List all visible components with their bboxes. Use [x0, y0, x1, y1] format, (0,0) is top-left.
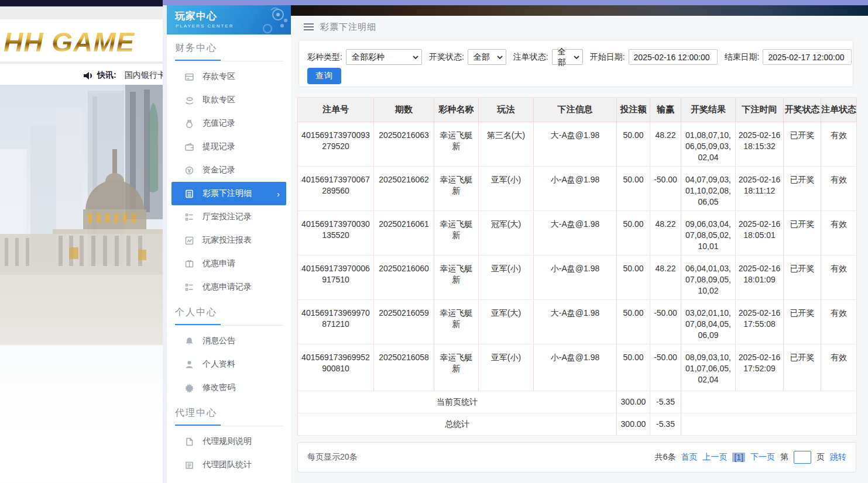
withdraw-hand-icon	[184, 95, 194, 105]
sidebar-item-profile[interactable]: 个人资料	[167, 353, 291, 376]
cell-lottery: 幸运飞艇新	[434, 211, 479, 256]
cell-order-id: 401569173970006917510	[298, 256, 374, 300]
page-summary-winloss: -5.35	[650, 391, 681, 413]
chevron-down-icon	[574, 56, 579, 60]
sidebar-header: 玩家中心 PLAYERS CENTER	[167, 5, 291, 34]
cell-bet-info: 小-A盘@1.98	[534, 344, 617, 391]
menu-icon[interactable]	[304, 22, 314, 32]
cell-order-id: 401569173970093279520	[298, 122, 374, 167]
section-personal: 个人中心	[175, 306, 283, 326]
section-finance: 财务中心	[175, 42, 283, 61]
col-play: 玩法	[479, 98, 534, 122]
sidebar-item-hall-bet-records[interactable]: 厅室投注记录	[167, 205, 291, 229]
table-row: 401569173970093279520 20250216063 幸运飞艇新 …	[298, 122, 857, 167]
ticker-label: 快讯:	[97, 70, 116, 81]
gamepad-icon	[255, 6, 289, 33]
page-summary-row: 当前页统计 300.00 -5.35	[298, 391, 857, 413]
ticker-text: 国内银行卡	[125, 70, 166, 81]
table-row: 401569173970067289560 20250216062 幸运飞艇新 …	[298, 167, 857, 211]
draw-status-select[interactable]: 全部	[468, 49, 506, 65]
page-jump-input[interactable]	[794, 451, 811, 464]
deposit-card-icon	[184, 72, 194, 82]
cell-lottery: 幸运飞艇新	[434, 122, 479, 167]
order-status-select[interactable]: 全部	[552, 49, 583, 65]
jump-prefix: 第	[780, 452, 788, 463]
sidebar-item-deposit[interactable]: 存款专区	[167, 65, 291, 88]
end-date-input[interactable]	[763, 49, 852, 65]
sidebar-item-fund-records[interactable]: 资金记录	[167, 158, 291, 182]
lottery-type-label: 彩种类型:	[307, 52, 342, 63]
record-list-icon	[184, 282, 194, 292]
cell-amount: 50.00	[617, 167, 650, 211]
top-dark-band	[291, 5, 868, 16]
cell-order-id: 401569173970030135520	[298, 211, 374, 256]
sidebar-item-lottery-bet-details[interactable]: 彩票下注明细 ›	[171, 182, 286, 205]
jump-suffix: 页	[816, 452, 825, 463]
cell-winloss: 48.22	[650, 256, 681, 300]
sidebar-item-promo-apply-records[interactable]: 优惠申请记录	[167, 275, 291, 299]
sidebar-item-recharge-records[interactable]: 充值记录	[167, 112, 291, 135]
sidebar-title: 玩家中心	[175, 9, 217, 23]
sidebar-item-agent-team-stats[interactable]: 代理团队统计	[167, 453, 291, 477]
coupon-icon	[184, 259, 194, 269]
start-date-input[interactable]	[629, 49, 718, 65]
col-period: 期数	[374, 98, 434, 122]
cell-amount: 50.00	[617, 256, 650, 300]
draw-status-label: 开奖状态:	[429, 52, 464, 63]
cell-period: 20250216060	[374, 256, 434, 300]
record-list-icon	[184, 212, 194, 222]
total-count: 共6条	[655, 452, 676, 463]
report-chart-icon	[184, 236, 194, 246]
prev-page-link[interactable]: 上一页	[702, 452, 727, 463]
cell-order-status: 有效	[821, 256, 857, 300]
user-icon	[184, 360, 194, 370]
city-background-image	[0, 85, 163, 483]
chevron-down-icon	[497, 56, 503, 60]
cell-winloss: -50.00	[650, 344, 681, 391]
chevron-right-icon: ›	[277, 189, 280, 199]
sidebar-item-messages[interactable]: 消息公告	[167, 329, 291, 353]
table-row: 401569173970030135520 20250216061 幸运飞艇新 …	[298, 211, 857, 256]
next-page-link[interactable]: 下一页	[750, 452, 775, 463]
pagination-bar: 每页显示20条 共6条 首页 上一页 [1] 下一页 第 页 跳转	[297, 442, 856, 472]
sidebar-item-withdrawal-records[interactable]: 提现记录	[167, 135, 291, 158]
bets-table-container: 注单号 期数 彩种名称 玩法 下注信息 投注额 输赢 开奖结果 下注时间 开奖状…	[297, 97, 856, 436]
page-header: 彩票下注明细	[291, 16, 868, 38]
cell-time: 2025-02-16 18:11:12	[736, 167, 784, 211]
speaker-icon	[83, 71, 93, 80]
cell-play: 亚军(大)	[479, 300, 534, 344]
lottery-type-select[interactable]: 全部彩种	[346, 49, 422, 65]
cell-lottery: 幸运飞艇新	[434, 256, 479, 300]
cell-play: 冠军(大)	[479, 211, 534, 256]
table-row: 401569173969970871210 20250216059 幸运飞艇新 …	[298, 300, 857, 344]
cell-lottery: 幸运飞艇新	[434, 300, 479, 344]
sidebar-item-player-bet-report[interactable]: 玩家投注报表	[167, 229, 291, 252]
col-winloss: 输赢	[650, 98, 681, 122]
main-content: 彩票下注明细 彩种类型: 全部彩种 开奖状态: 全部 注单状态:	[291, 5, 868, 483]
cell-draw-status: 已开奖	[784, 300, 821, 344]
gear-icon	[184, 383, 194, 393]
col-time: 下注时间	[736, 98, 784, 122]
sidebar-item-change-password[interactable]: 修改密码	[167, 376, 291, 399]
search-button[interactable]: 查询	[307, 68, 341, 84]
cell-draw-status: 已开奖	[784, 256, 821, 300]
cell-time: 2025-02-16 18:01:09	[736, 256, 784, 300]
background-topbar	[0, 0, 163, 6]
page-title: 彩票下注明细	[320, 22, 376, 33]
cell-result: 03,02,01,10,07,08,04,05,06,09	[681, 300, 736, 344]
sidebar-item-withdraw[interactable]: 取款专区	[167, 88, 291, 112]
total-summary-winloss: -5.35	[650, 413, 681, 436]
wallet-icon	[184, 142, 194, 152]
sidebar-item-agent-rules[interactable]: 代理规则说明	[167, 430, 291, 453]
cell-period: 20250216063	[374, 122, 434, 167]
site-logo: HH GAME	[4, 26, 135, 58]
cell-order-status: 有效	[821, 122, 857, 167]
page-summary-amount: 300.00	[617, 391, 650, 413]
first-page-link[interactable]: 首页	[681, 452, 697, 463]
sidebar-item-promo-apply[interactable]: 优惠申请	[167, 252, 291, 275]
cell-order-status: 有效	[821, 211, 857, 256]
cell-time: 2025-02-16 18:05:01	[736, 211, 784, 256]
col-bet-info: 下注信息	[534, 98, 617, 122]
cell-period: 20250216062	[374, 167, 434, 211]
jump-go-link[interactable]: 跳转	[830, 452, 846, 463]
